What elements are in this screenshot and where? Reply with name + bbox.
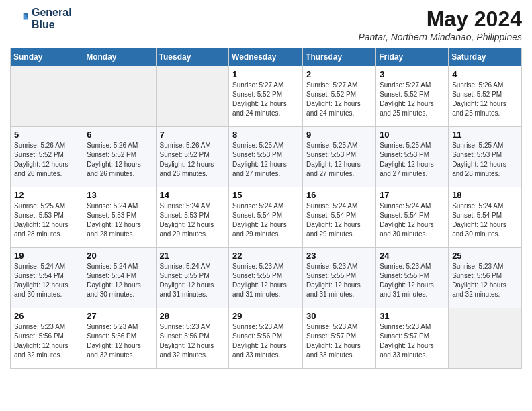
col-sunday: Sunday [11, 48, 83, 66]
calendar-cell: 12Sunrise: 5:25 AMSunset: 5:53 PMDayligh… [11, 187, 83, 248]
col-thursday: Thursday [303, 48, 376, 66]
day-detail: Sunrise: 5:23 AMSunset: 5:56 PMDaylight:… [160, 322, 226, 360]
day-number: 31 [380, 311, 445, 321]
day-detail: Sunrise: 5:24 AMSunset: 5:53 PMDaylight:… [160, 201, 226, 239]
day-number: 26 [14, 311, 79, 321]
calendar-cell: 11Sunrise: 5:25 AMSunset: 5:53 PMDayligh… [449, 127, 522, 187]
calendar-cell: 15Sunrise: 5:24 AMSunset: 5:54 PMDayligh… [229, 187, 303, 248]
day-number: 19 [14, 250, 79, 261]
day-number: 6 [87, 130, 152, 140]
calendar-cell: 1Sunrise: 5:27 AMSunset: 5:52 PMDaylight… [229, 66, 303, 127]
day-detail: Sunrise: 5:24 AMSunset: 5:54 PMDaylight:… [87, 262, 152, 300]
day-number: 30 [306, 311, 372, 321]
day-number: 23 [306, 250, 372, 261]
calendar-cell: 17Sunrise: 5:24 AMSunset: 5:54 PMDayligh… [376, 187, 449, 248]
day-number: 11 [452, 130, 518, 140]
page-container: General Blue May 2024 Pantar, Northern M… [0, 0, 532, 375]
day-number: 2 [306, 69, 372, 79]
calendar-cell: 3Sunrise: 5:27 AMSunset: 5:52 PMDaylight… [376, 66, 449, 127]
title-section: May 2024 Pantar, Northern Mindanao, Phil… [358, 7, 522, 42]
day-detail: Sunrise: 5:23 AMSunset: 5:55 PMDaylight:… [380, 262, 445, 300]
calendar-cell [449, 308, 522, 369]
day-number: 4 [452, 69, 518, 79]
day-number: 14 [160, 190, 226, 200]
day-number: 25 [452, 250, 518, 261]
day-number: 10 [380, 130, 445, 140]
calendar-cell: 7Sunrise: 5:26 AMSunset: 5:52 PMDaylight… [156, 127, 229, 187]
calendar-cell: 21Sunrise: 5:24 AMSunset: 5:55 PMDayligh… [156, 248, 229, 308]
day-detail: Sunrise: 5:26 AMSunset: 5:52 PMDaylight:… [160, 141, 226, 179]
day-detail: Sunrise: 5:25 AMSunset: 5:53 PMDaylight:… [14, 201, 79, 239]
day-detail: Sunrise: 5:24 AMSunset: 5:55 PMDaylight:… [160, 262, 226, 300]
calendar-cell: 2Sunrise: 5:27 AMSunset: 5:52 PMDaylight… [303, 66, 376, 127]
day-detail: Sunrise: 5:23 AMSunset: 5:55 PMDaylight:… [306, 262, 372, 300]
week-row-3: 12Sunrise: 5:25 AMSunset: 5:53 PMDayligh… [11, 187, 522, 248]
column-headers: Sunday Monday Tuesday Wednesday Thursday… [11, 48, 522, 66]
day-detail: Sunrise: 5:23 AMSunset: 5:57 PMDaylight:… [380, 322, 445, 360]
day-detail: Sunrise: 5:25 AMSunset: 5:53 PMDaylight:… [232, 141, 299, 179]
calendar-cell [11, 66, 83, 127]
day-detail: Sunrise: 5:24 AMSunset: 5:53 PMDaylight:… [87, 201, 152, 239]
week-row-4: 19Sunrise: 5:24 AMSunset: 5:54 PMDayligh… [11, 248, 522, 308]
day-detail: Sunrise: 5:23 AMSunset: 5:57 PMDaylight:… [306, 322, 372, 360]
calendar-cell: 10Sunrise: 5:25 AMSunset: 5:53 PMDayligh… [376, 127, 449, 187]
day-detail: Sunrise: 5:27 AMSunset: 5:52 PMDaylight:… [232, 81, 299, 118]
calendar-cell: 4Sunrise: 5:26 AMSunset: 5:52 PMDaylight… [449, 66, 522, 127]
day-number: 15 [232, 190, 299, 200]
calendar-cell: 31Sunrise: 5:23 AMSunset: 5:57 PMDayligh… [376, 308, 449, 369]
day-detail: Sunrise: 5:23 AMSunset: 5:56 PMDaylight:… [14, 322, 79, 360]
calendar-cell: 18Sunrise: 5:24 AMSunset: 5:54 PMDayligh… [449, 187, 522, 248]
calendar-cell: 27Sunrise: 5:23 AMSunset: 5:56 PMDayligh… [83, 308, 156, 369]
calendar-cell: 23Sunrise: 5:23 AMSunset: 5:55 PMDayligh… [303, 248, 376, 308]
day-number: 21 [160, 250, 226, 261]
day-number: 9 [306, 130, 372, 140]
day-detail: Sunrise: 5:26 AMSunset: 5:52 PMDaylight:… [452, 81, 518, 118]
day-number: 5 [14, 130, 79, 140]
calendar-cell: 6Sunrise: 5:26 AMSunset: 5:52 PMDaylight… [83, 127, 156, 187]
day-detail: Sunrise: 5:23 AMSunset: 5:55 PMDaylight:… [232, 262, 299, 300]
calendar-cell: 13Sunrise: 5:24 AMSunset: 5:53 PMDayligh… [83, 187, 156, 248]
calendar-cell: 25Sunrise: 5:23 AMSunset: 5:56 PMDayligh… [449, 248, 522, 308]
day-number: 3 [380, 69, 445, 79]
day-number: 18 [452, 190, 518, 200]
calendar-cell: 24Sunrise: 5:23 AMSunset: 5:55 PMDayligh… [376, 248, 449, 308]
day-detail: Sunrise: 5:24 AMSunset: 5:54 PMDaylight:… [306, 201, 372, 239]
day-detail: Sunrise: 5:23 AMSunset: 5:56 PMDaylight:… [87, 322, 152, 360]
logo-icon [10, 9, 29, 28]
col-saturday: Saturday [449, 48, 522, 66]
calendar-cell: 14Sunrise: 5:24 AMSunset: 5:53 PMDayligh… [156, 187, 229, 248]
calendar-table: Sunday Monday Tuesday Wednesday Thursday… [10, 48, 522, 369]
col-tuesday: Tuesday [156, 48, 229, 66]
week-row-1: 1Sunrise: 5:27 AMSunset: 5:52 PMDaylight… [11, 66, 522, 127]
logo: General Blue [10, 7, 72, 30]
day-number: 27 [87, 311, 152, 321]
day-number: 28 [160, 311, 226, 321]
month-year-title: May 2024 [358, 7, 522, 32]
calendar-cell: 16Sunrise: 5:24 AMSunset: 5:54 PMDayligh… [303, 187, 376, 248]
calendar-cell: 19Sunrise: 5:24 AMSunset: 5:54 PMDayligh… [11, 248, 83, 308]
calendar-cell [83, 66, 156, 127]
day-number: 1 [232, 69, 299, 79]
day-detail: Sunrise: 5:23 AMSunset: 5:56 PMDaylight:… [232, 322, 299, 360]
logo-text: General Blue [32, 7, 72, 30]
page-header: General Blue May 2024 Pantar, Northern M… [10, 7, 522, 42]
day-detail: Sunrise: 5:27 AMSunset: 5:52 PMDaylight:… [380, 81, 445, 118]
calendar-cell: 28Sunrise: 5:23 AMSunset: 5:56 PMDayligh… [156, 308, 229, 369]
calendar-cell: 9Sunrise: 5:25 AMSunset: 5:53 PMDaylight… [303, 127, 376, 187]
day-number: 16 [306, 190, 372, 200]
calendar-cell: 29Sunrise: 5:23 AMSunset: 5:56 PMDayligh… [229, 308, 303, 369]
col-wednesday: Wednesday [229, 48, 303, 66]
day-detail: Sunrise: 5:24 AMSunset: 5:54 PMDaylight:… [14, 262, 79, 300]
col-friday: Friday [376, 48, 449, 66]
day-number: 13 [87, 190, 152, 200]
day-detail: Sunrise: 5:27 AMSunset: 5:52 PMDaylight:… [306, 81, 372, 118]
calendar-cell [156, 66, 229, 127]
week-row-2: 5Sunrise: 5:26 AMSunset: 5:52 PMDaylight… [11, 127, 522, 187]
calendar-cell: 22Sunrise: 5:23 AMSunset: 5:55 PMDayligh… [229, 248, 303, 308]
location-subtitle: Pantar, Northern Mindanao, Philippines [358, 32, 522, 42]
calendar-cell: 26Sunrise: 5:23 AMSunset: 5:56 PMDayligh… [11, 308, 83, 369]
day-detail: Sunrise: 5:24 AMSunset: 5:54 PMDaylight:… [452, 201, 518, 239]
day-detail: Sunrise: 5:23 AMSunset: 5:56 PMDaylight:… [452, 262, 518, 300]
day-detail: Sunrise: 5:24 AMSunset: 5:54 PMDaylight:… [232, 201, 299, 239]
day-number: 12 [14, 190, 79, 200]
